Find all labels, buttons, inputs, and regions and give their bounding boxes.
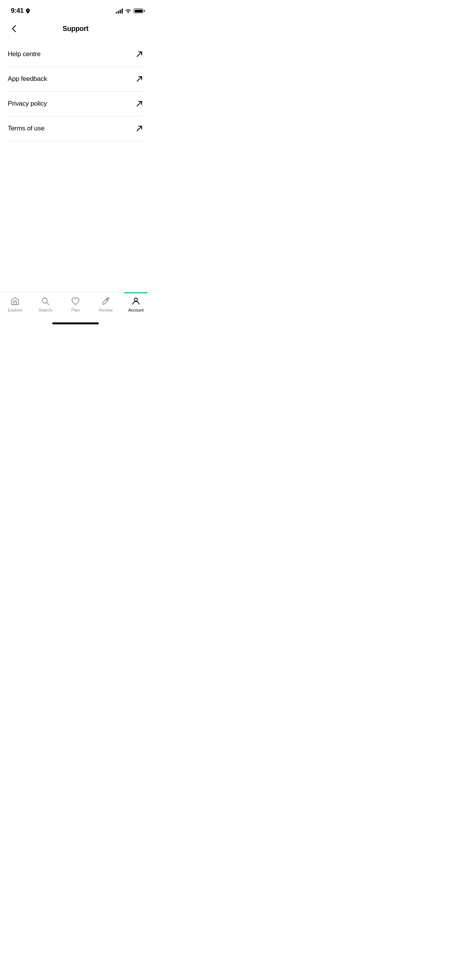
battery-icon [134, 9, 143, 13]
home-icon [10, 296, 20, 306]
menu-item-privacy-policy[interactable]: Privacy policy [0, 91, 151, 116]
external-link-icon [136, 100, 143, 108]
status-time: 9:41 [11, 7, 24, 15]
tab-label-explore: Explore [8, 308, 22, 312]
external-link-icon [136, 125, 143, 132]
tab-item-plan[interactable]: Plan [60, 296, 91, 312]
nav-header: Support [0, 19, 151, 39]
search-icon [40, 296, 50, 306]
tab-item-account[interactable]: Account [121, 296, 151, 312]
home-indicator [52, 322, 99, 324]
page-title: Support [63, 25, 89, 33]
menu-item-label: Terms of use [8, 125, 45, 132]
menu-list: Help centre App feedback Privacy policy … [0, 42, 151, 141]
external-link-icon [136, 75, 143, 83]
tab-item-search[interactable]: Search [30, 296, 60, 312]
tab-label-search: Search [39, 308, 52, 312]
tab-label-review: Review [99, 308, 113, 312]
location-icon [26, 9, 30, 14]
menu-item-terms-of-use[interactable]: Terms of use [0, 116, 151, 141]
back-button[interactable] [7, 22, 21, 36]
menu-item-label: Help centre [8, 50, 41, 58]
tab-item-review[interactable]: Review [91, 296, 121, 312]
tab-label-plan: Plan [71, 308, 80, 312]
external-link-icon [136, 50, 143, 58]
tab-label-account: Account [128, 308, 144, 312]
menu-item-label: App feedback [8, 75, 47, 83]
menu-item-help-centre[interactable]: Help centre [0, 42, 151, 67]
pencil-icon [101, 296, 111, 306]
wifi-icon [125, 9, 131, 13]
status-icons [116, 8, 143, 14]
heart-icon [70, 296, 81, 306]
menu-item-app-feedback[interactable]: App feedback [0, 67, 151, 91]
tab-item-explore[interactable]: Explore [0, 296, 30, 312]
svg-point-1 [134, 298, 137, 301]
signal-bars [116, 8, 123, 14]
person-icon [131, 296, 141, 306]
status-bar: 9:41 [0, 0, 151, 19]
menu-item-label: Privacy policy [8, 100, 47, 108]
tab-bar: Explore Search Plan Review [0, 292, 151, 327]
